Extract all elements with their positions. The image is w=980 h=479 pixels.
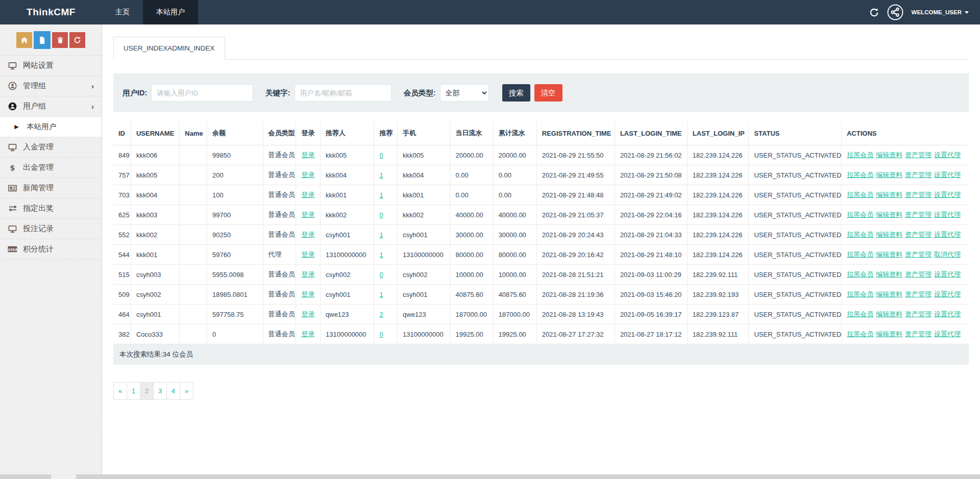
action-link-2[interactable]: 资产管理 (905, 250, 932, 258)
clear-button[interactable]: 清空 (534, 84, 562, 102)
action-link-2[interactable]: 资产管理 (905, 310, 932, 318)
login-link[interactable]: 登录 (301, 231, 314, 238)
action-link-2[interactable]: 资产管理 (905, 191, 932, 198)
referral-count-link[interactable]: 1 (379, 291, 383, 298)
referral-count-link[interactable]: 1 (379, 231, 383, 239)
referral-count-link[interactable]: 1 (379, 191, 383, 199)
action-link-3[interactable]: 设置代理 (934, 151, 961, 159)
referral-count-link[interactable]: 1 (379, 251, 383, 259)
referral-count-link[interactable]: 2 (379, 311, 383, 318)
user-avatar[interactable] (887, 4, 903, 20)
login-link[interactable]: 登录 (301, 290, 314, 298)
welcome-user-dropdown[interactable]: WELCOME_USER (912, 9, 969, 15)
quick-button-trash[interactable] (52, 32, 68, 48)
referral-count-link[interactable]: 0 (379, 271, 383, 279)
action-link-2[interactable]: 资产管理 (905, 211, 932, 218)
action-link-3[interactable]: 设置代理 (934, 270, 961, 278)
sidebar-item-admin-group[interactable]: 管理组› (0, 76, 102, 96)
action-link-2[interactable]: 资产管理 (905, 290, 932, 298)
horizontal-scrollbar-thumb[interactable] (51, 474, 76, 479)
action-link-2[interactable]: 资产管理 (905, 330, 932, 338)
action-link-1[interactable]: 编辑资料 (876, 171, 902, 179)
action-link-0[interactable]: 拉黑会员 (847, 290, 873, 298)
sidebar-item-assign-prize[interactable]: 指定出奖 (0, 198, 102, 219)
sidebar-item-news[interactable]: 新闻管理 (0, 178, 102, 198)
login-link[interactable]: 登录 (301, 191, 314, 198)
quick-button-home[interactable] (16, 32, 32, 48)
login-link[interactable]: 登录 (301, 250, 314, 258)
action-link-1[interactable]: 编辑资料 (876, 270, 902, 278)
page-button-next[interactable]: » (180, 382, 193, 400)
action-link-2[interactable]: 资产管理 (905, 171, 932, 179)
action-link-0[interactable]: 拉黑会员 (847, 231, 873, 238)
action-link-0[interactable]: 拉黑会员 (847, 151, 873, 159)
login-link[interactable]: 登录 (301, 151, 314, 159)
action-link-3[interactable]: 设置代理 (934, 211, 961, 218)
user-id-input[interactable] (151, 84, 253, 102)
page-button-2[interactable]: 2 (140, 382, 154, 400)
navbar-tab-0[interactable]: 主页 (102, 0, 143, 24)
sidebar-item-points-stats[interactable]: VISA积分统计 (0, 239, 102, 260)
keyword-input[interactable] (295, 84, 391, 102)
action-link-1[interactable]: 编辑资料 (876, 151, 902, 159)
action-link-1[interactable]: 编辑资料 (876, 290, 902, 298)
sidebar-item-bet-records[interactable]: 投注记录 (0, 219, 102, 239)
action-link-2[interactable]: 资产管理 (905, 231, 932, 238)
action-link-1[interactable]: 编辑资料 (876, 250, 902, 258)
horizontal-scrollbar[interactable] (0, 474, 980, 479)
action-link-3[interactable]: 取消代理 (934, 250, 961, 258)
action-link-1[interactable]: 编辑资料 (876, 310, 902, 318)
referral-count-link[interactable]: 0 (379, 211, 383, 219)
action-link-3[interactable]: 设置代理 (934, 231, 961, 238)
action-link-0[interactable]: 拉黑会员 (847, 330, 873, 338)
tab-user-index[interactable]: USER_INDEXADMIN_INDEX (113, 37, 225, 60)
sidebar-quickbar (0, 24, 102, 55)
action-link-3[interactable]: 设置代理 (934, 330, 961, 338)
newspaper-icon (8, 184, 17, 192)
action-link-0[interactable]: 拉黑会员 (847, 270, 873, 278)
action-link-1[interactable]: 编辑资料 (876, 211, 902, 218)
page-button-1[interactable]: 1 (127, 382, 140, 400)
login-link[interactable]: 登录 (301, 270, 314, 278)
cell-name (180, 285, 207, 305)
cell-last_login_ip: 182.239.124.226 (687, 245, 749, 265)
quick-button-file[interactable] (34, 31, 51, 49)
sidebar-item-site-users[interactable]: ▶本站用户 (0, 117, 102, 137)
page-button-4[interactable]: 4 (166, 382, 180, 400)
page-button-3[interactable]: 3 (153, 382, 167, 400)
login-link[interactable]: 登录 (301, 310, 314, 318)
cell-name (180, 145, 207, 165)
sidebar-item-user-group[interactable]: 用户组› (0, 96, 102, 117)
action-link-3[interactable]: 设置代理 (934, 310, 961, 318)
login-link[interactable]: 登录 (301, 171, 314, 179)
page-button-prev[interactable]: « (113, 382, 127, 400)
action-link-1[interactable]: 编辑资料 (876, 191, 902, 198)
refresh-icon[interactable] (869, 8, 879, 17)
quick-button-refresh[interactable] (69, 32, 85, 48)
sidebar-item-site-settings[interactable]: 网站设置 (0, 56, 102, 76)
member-type-select[interactable]: 全部 (440, 84, 489, 102)
action-link-1[interactable]: 编辑资料 (876, 231, 902, 238)
action-link-1[interactable]: 编辑资料 (876, 330, 902, 338)
login-link[interactable]: 登录 (301, 330, 314, 338)
app-brand[interactable]: ThinkCMF (0, 0, 102, 24)
search-button[interactable]: 搜索 (502, 84, 530, 102)
referral-count-link[interactable]: 1 (379, 171, 383, 179)
action-link-3[interactable]: 设置代理 (934, 290, 961, 298)
action-link-0[interactable]: 拉黑会员 (847, 171, 873, 179)
action-link-0[interactable]: 拉黑会员 (847, 310, 873, 318)
action-link-0[interactable]: 拉黑会员 (847, 211, 873, 218)
referral-count-link[interactable]: 0 (379, 152, 383, 159)
cell-id: 703 (113, 185, 131, 205)
action-link-0[interactable]: 拉黑会员 (847, 191, 873, 198)
sidebar-item-withdrawal[interactable]: $出金管理 (0, 158, 102, 178)
sidebar-item-deposit[interactable]: 入金管理 (0, 137, 102, 158)
action-link-3[interactable]: 设置代理 (934, 171, 961, 179)
action-link-2[interactable]: 资产管理 (905, 151, 932, 159)
navbar-tab-1[interactable]: 本站用户 (143, 0, 198, 24)
action-link-2[interactable]: 资产管理 (905, 270, 932, 278)
login-link[interactable]: 登录 (301, 211, 314, 218)
action-link-0[interactable]: 拉黑会员 (847, 250, 873, 258)
referral-count-link[interactable]: 0 (379, 331, 383, 338)
action-link-3[interactable]: 设置代理 (934, 191, 961, 198)
